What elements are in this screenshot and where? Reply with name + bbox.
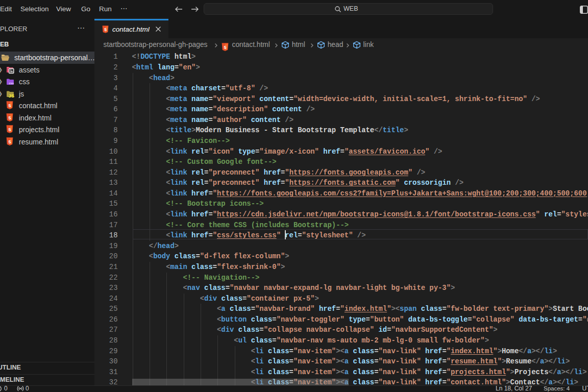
svg-text:5: 5 bbox=[9, 103, 11, 108]
svg-text:5: 5 bbox=[104, 27, 107, 32]
svg-text:5: 5 bbox=[224, 44, 227, 50]
svg-text:JS: JS bbox=[8, 93, 14, 98]
svg-text:5: 5 bbox=[9, 115, 11, 120]
svg-text:5: 5 bbox=[9, 127, 11, 132]
svg-text:css: css bbox=[9, 82, 14, 85]
svg-text:5: 5 bbox=[9, 139, 11, 144]
